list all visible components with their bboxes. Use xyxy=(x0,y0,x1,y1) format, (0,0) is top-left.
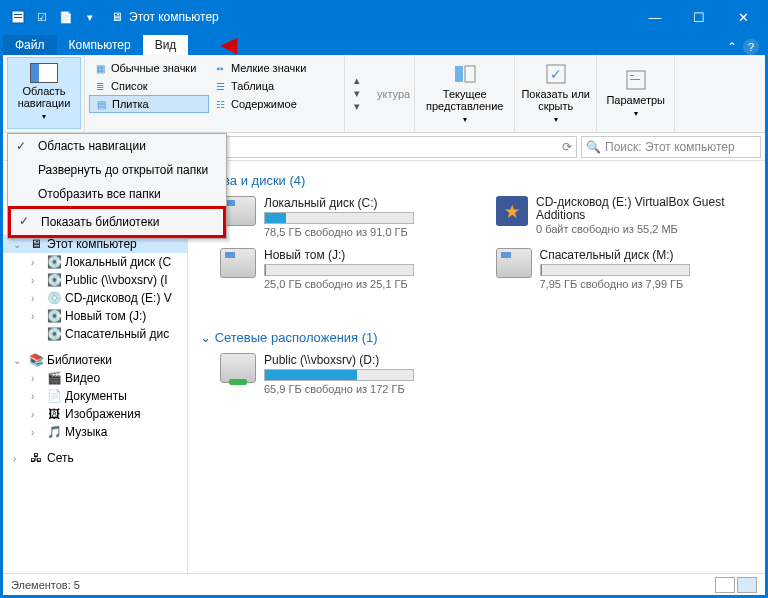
minimize-button[interactable]: — xyxy=(633,3,677,31)
svg-rect-2 xyxy=(14,17,22,18)
status-bar: Элементов: 5 xyxy=(3,573,765,595)
navigation-pane-dropdown: ✓Область навигации Развернуть до открыто… xyxy=(7,133,227,239)
virtualbox-icon: ★ xyxy=(496,196,528,226)
maximize-button[interactable]: ☐ xyxy=(677,3,721,31)
options-icon xyxy=(624,68,648,92)
view-content[interactable]: ☷Содержимое xyxy=(209,95,329,113)
layout-views: ▦Обычные значки ▪▪Мелкие значки ≣Список … xyxy=(89,59,340,113)
explorer-window: ☑ 📄 ▾ 🖥 Этот компьютер — ☐ ✕ Файл Компью… xyxy=(2,2,766,596)
search-placeholder: Поиск: Этот компьютер xyxy=(605,140,735,154)
view-details[interactable]: ☰Таблица xyxy=(209,77,329,95)
tree-libraries[interactable]: ⌄📚Библиотеки xyxy=(3,351,187,369)
drive-newvol[interactable]: Новый том (J:)25,0 ГБ свободно из 25,1 Г… xyxy=(220,248,478,290)
dropdown-show-libraries[interactable]: ✓Показать библиотеки xyxy=(8,206,226,238)
tree-video[interactable]: ›🎬Видео xyxy=(3,369,187,387)
new-folder-icon[interactable]: 📄 xyxy=(55,6,77,28)
view-medium-icons[interactable]: ▦Обычные значки xyxy=(89,59,209,77)
options-button[interactable]: Параметры▾ xyxy=(597,55,675,132)
properties-icon[interactable] xyxy=(7,6,29,28)
tree-music[interactable]: ›🎵Музыка xyxy=(3,423,187,441)
tree-public[interactable]: ›💽Public (\\vboxsrv) (I xyxy=(3,271,187,289)
show-hide-button[interactable]: ✓ Показать или скрыть▾ xyxy=(515,55,597,132)
network-drive-icon xyxy=(220,353,256,383)
content-pane: ▾ ства и диски (4) Локальный диск (C:)78… xyxy=(188,161,765,573)
tree-rescue[interactable]: 💽Спасательный дис xyxy=(3,325,187,343)
tree-network[interactable]: ›🖧Сеть xyxy=(3,449,187,467)
navigation-pane-label: Область навигации xyxy=(8,85,80,109)
hdd-icon xyxy=(220,248,256,278)
layout-more[interactable]: ▴▾▾ xyxy=(345,55,369,132)
search-box[interactable]: 🔍Поиск: Этот компьютер xyxy=(581,136,761,158)
check-icon[interactable]: ☑ xyxy=(31,6,53,28)
tree-local-c[interactable]: ›💽Локальный диск (C xyxy=(3,253,187,271)
svg-rect-4 xyxy=(465,66,475,82)
quick-access-toolbar: ☑ 📄 ▾ xyxy=(3,6,105,28)
tab-view[interactable]: Вид xyxy=(143,35,189,55)
dropdown-show-all-folders[interactable]: Отобразить все папки xyxy=(8,182,226,206)
thispc-icon: 🖥 xyxy=(111,10,123,24)
svg-rect-3 xyxy=(455,66,463,82)
tree-documents[interactable]: ›📄Документы xyxy=(3,387,187,405)
drive-local-c[interactable]: Локальный диск (C:)78,5 ГБ свободно из 9… xyxy=(220,196,478,238)
tab-computer[interactable]: Компьютер xyxy=(57,35,143,55)
section-devices-drives[interactable]: ▾ ства и диски (4) xyxy=(200,173,753,188)
qat-dropdown-icon[interactable]: ▾ xyxy=(79,6,101,28)
section-network-locations[interactable]: ⌄ Сетевые расположения (1) xyxy=(200,330,753,345)
current-view-icon xyxy=(453,62,477,86)
view-list[interactable]: ≣Список xyxy=(89,77,209,95)
help-icon[interactable]: ? xyxy=(743,39,759,55)
drive-cd-vbox[interactable]: ★ CD-дисковод (E:) VirtualBox Guest Addi… xyxy=(496,196,754,238)
window-title: Этот компьютер xyxy=(129,10,219,24)
show-hide-icon: ✓ xyxy=(544,62,568,86)
check-icon: ✓ xyxy=(19,214,29,228)
ribbon-tabs: Файл Компьютер Вид ◄ ⌃ ? xyxy=(3,31,765,55)
drive-public-net[interactable]: Public (\\vboxsrv) (D:)65,9 ГБ свободно … xyxy=(220,353,478,395)
status-item-count: Элементов: 5 xyxy=(11,579,80,591)
tree-cd[interactable]: ›💿CD-дисковод (E:) V xyxy=(3,289,187,307)
minimize-ribbon-icon[interactable]: ⌃ xyxy=(727,40,737,54)
titlebar: ☑ 📄 ▾ 🖥 Этот компьютер — ☐ ✕ xyxy=(3,3,765,31)
tree-pictures[interactable]: ›🖼Изображения xyxy=(3,405,187,423)
ribbon: Область навигации ▾ ▦Обычные значки ▪▪Ме… xyxy=(3,55,765,133)
dropdown-navigation-pane[interactable]: ✓Область навигации xyxy=(8,134,226,158)
close-button[interactable]: ✕ xyxy=(721,3,765,31)
svg-rect-1 xyxy=(14,14,22,15)
search-icon: 🔍 xyxy=(586,140,601,154)
hdd-icon xyxy=(496,248,532,278)
svg-rect-8 xyxy=(630,75,634,76)
current-view-button[interactable]: Текущее представление▾ xyxy=(415,55,515,132)
statusbar-tiles-view[interactable] xyxy=(737,577,757,593)
cut-label-fragment: уктура xyxy=(377,88,410,100)
check-icon: ✓ xyxy=(16,139,26,153)
svg-rect-9 xyxy=(630,79,640,80)
statusbar-details-view[interactable] xyxy=(715,577,735,593)
navigation-pane-icon xyxy=(30,63,58,83)
dropdown-expand-to-folder[interactable]: Развернуть до открытой папки xyxy=(8,158,226,182)
svg-text:✓: ✓ xyxy=(550,66,562,82)
drive-rescue[interactable]: Спасательный диск (M:)7,95 ГБ свободно и… xyxy=(496,248,754,290)
navigation-pane-button[interactable]: Область навигации ▾ xyxy=(7,57,81,129)
view-tiles[interactable]: ▤Плитка xyxy=(89,95,209,113)
tree-newvol[interactable]: ›💽Новый том (J:) xyxy=(3,307,187,325)
view-small-icons[interactable]: ▪▪Мелкие значки xyxy=(209,59,329,77)
tab-file[interactable]: Файл xyxy=(3,35,57,55)
